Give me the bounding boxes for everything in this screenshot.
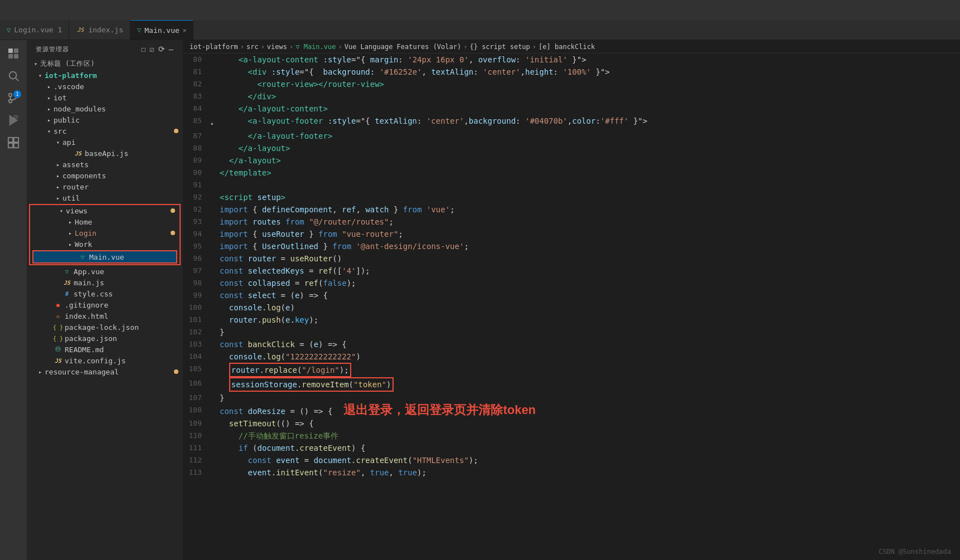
tree-gitignore[interactable]: ● .gitignore	[27, 299, 183, 310]
code-line: 109 setTimeout(() => {	[183, 417, 960, 430]
tree-node-modules[interactable]: ▸ node_modules	[27, 103, 183, 114]
tree-main-vue[interactable]: ▽ Main.vue	[33, 251, 176, 262]
code-line: 91	[183, 179, 960, 191]
folder-name: Home	[75, 218, 180, 226]
tree-index-html[interactable]: ◇ index.html	[27, 310, 183, 322]
tree-package-json[interactable]: { } package.json	[27, 333, 183, 344]
code-line: 100 console.log(e)	[183, 301, 960, 314]
tree-src[interactable]: ▾ src	[27, 125, 183, 137]
no-arrow	[54, 289, 62, 298]
tree-vite-config[interactable]: JS vite.config.js	[27, 355, 183, 366]
source-control-icon[interactable]: 1	[4, 89, 22, 107]
tree-resource-manageal[interactable]: ▸ resource-manageal	[27, 366, 183, 377]
close-tab-icon[interactable]: ✕	[183, 27, 187, 34]
no-arrow	[45, 311, 54, 320]
activity-bar: 1	[0, 40, 27, 560]
file-name: App.vue	[74, 267, 183, 276]
code-line: 101 router.push(e.key);	[183, 314, 960, 326]
breadcrumb-part: Vue Language Features (Volar)	[345, 43, 462, 51]
tab-login-vue[interactable]: ▽ Login.vue 1	[0, 20, 69, 40]
vue-icon: ▽	[7, 26, 11, 34]
folder-arrow: ▸	[66, 217, 75, 226]
tree-base-api[interactable]: JS baseApi.js	[27, 148, 183, 159]
code-line: 98 const collapsed = ref(false);	[183, 277, 960, 289]
tree-assets[interactable]: ▸ assets	[27, 159, 183, 170]
svg-line-5	[16, 78, 18, 81]
tab-main-vue[interactable]: ▽ Main.vue ✕	[130, 20, 193, 40]
tree-api[interactable]: ▾ api	[27, 137, 183, 148]
svg-marker-9	[10, 116, 17, 125]
tree-package-lock[interactable]: { } package-lock.json	[27, 322, 183, 333]
file-name: README.md	[65, 345, 183, 354]
no-arrow	[45, 300, 54, 309]
run-debug-icon[interactable]	[4, 111, 22, 129]
file-name: style.css	[74, 290, 183, 298]
new-folder-icon[interactable]: ☑	[149, 45, 154, 53]
js-file-icon: JS	[54, 356, 62, 365]
js-file-icon: JS	[74, 149, 83, 158]
folder-name: resource-manageal	[45, 368, 174, 376]
main-vue-highlight-box: ▽ Main.vue	[32, 250, 177, 264]
code-line: 105 router.replace("/login");	[183, 363, 960, 377]
tree-main-js[interactable]: JS main.js	[27, 277, 183, 288]
code-line: 80 <a-layout-content :style="{ margin: '…	[183, 53, 960, 66]
folder-arrow: ▾	[54, 138, 62, 147]
explorer-icon[interactable]	[4, 45, 22, 62]
css-file-icon: #	[62, 289, 71, 298]
code-editor[interactable]: 80 <a-layout-content :style="{ margin: '…	[183, 53, 960, 560]
main-layout: 1 资源管理器 ☐ ☑ ⟳ —	[0, 40, 960, 560]
tree-public[interactable]: ▸ public	[27, 114, 183, 125]
breadcrumb: iot-platform › src › views › ▽ Main.vue …	[183, 40, 960, 53]
code-line: 104 console.log("1222222222222")	[183, 350, 960, 363]
tab-index-js[interactable]: JS index.js	[69, 20, 130, 40]
workspace-item[interactable]: ▾ 无标题 (工作区)	[27, 58, 183, 70]
js-icon: JS	[76, 26, 85, 33]
breadcrumb-part: src	[246, 43, 259, 51]
code-line: 99 const select = (e) => {	[183, 289, 960, 301]
tree-router[interactable]: ▸ router	[27, 181, 183, 192]
source-control-badge: 1	[13, 90, 21, 98]
workspace-name: 无标题 (工作区)	[40, 59, 183, 69]
tree-work[interactable]: ▸ Work	[30, 238, 180, 250]
tree-components[interactable]: ▸ components	[27, 170, 183, 181]
breadcrumb-part: [e] banckClick	[539, 43, 595, 51]
git-file-icon: ●	[54, 300, 62, 309]
tree-iot[interactable]: ▸ iot	[27, 92, 183, 103]
svg-rect-0	[8, 48, 13, 53]
tree-login[interactable]: ▸ Login	[30, 227, 180, 238]
breadcrumb-part: {} script setup	[469, 43, 530, 51]
vue-icon: ▽	[137, 26, 141, 34]
folder-name: .vscode	[54, 82, 183, 91]
tree-readme[interactable]: ⓜ README.md	[27, 344, 183, 355]
tree-views[interactable]: ▾ views	[30, 205, 180, 216]
extensions-icon[interactable]	[4, 134, 22, 152]
tree-style-css[interactable]: # style.css	[27, 288, 183, 299]
svg-rect-11	[8, 138, 13, 142]
folder-name: Work	[75, 240, 180, 249]
folder-name: iot	[54, 94, 183, 102]
code-line: 88 </a-layout>	[183, 142, 960, 154]
search-icon[interactable]	[4, 67, 22, 85]
folder-arrow: ▸	[36, 367, 45, 376]
folder-name: util	[62, 194, 183, 202]
tree-app-vue[interactable]: ▽ App.vue	[27, 266, 183, 277]
svg-rect-13	[8, 143, 13, 148]
tree-util[interactable]: ▸ util	[27, 192, 183, 203]
html-file-icon: ◇	[54, 311, 62, 320]
folder-arrow: ▾	[45, 126, 54, 135]
views-highlight-box: ▾ views ▸ Home ▸ Login ▸ Work	[29, 204, 181, 265]
refresh-icon[interactable]: ⟳	[158, 45, 166, 53]
code-line: 106 sessionStorage.removeItem("token")	[183, 377, 960, 392]
svg-rect-3	[14, 54, 18, 59]
folder-name: Login	[75, 229, 171, 237]
code-line: 87 </a-layout-footer>	[183, 130, 960, 142]
tree-vscode[interactable]: ▸ .vscode	[27, 81, 183, 92]
tree-iot-platform[interactable]: ▾ iot-platform	[27, 70, 183, 81]
tree-home[interactable]: ▸ Home	[30, 216, 180, 227]
folder-arrow: ▸	[54, 160, 62, 169]
workspace-arrow: ▾	[31, 60, 40, 69]
folder-arrow: ▾	[36, 71, 45, 80]
no-arrow	[45, 356, 54, 365]
new-file-icon[interactable]: ☐	[141, 45, 146, 53]
collapse-all-icon[interactable]: —	[169, 45, 174, 53]
